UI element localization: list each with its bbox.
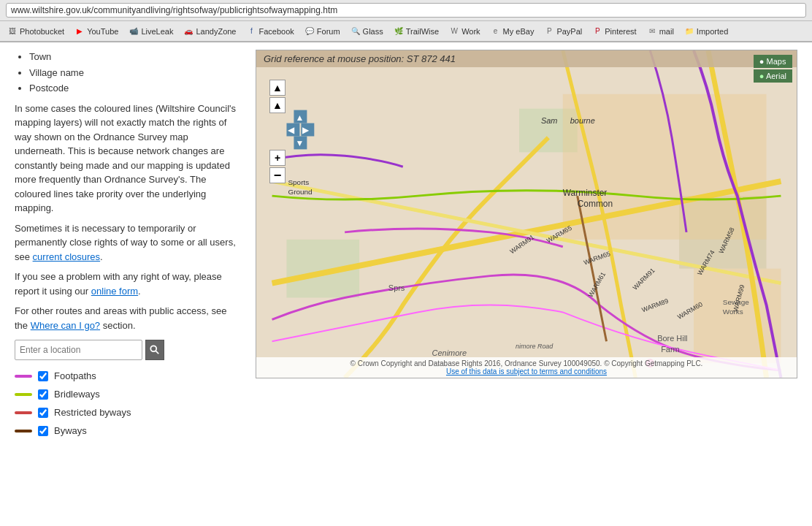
svg-text:▲: ▲ — [295, 113, 304, 123]
paypal-icon: P — [544, 26, 554, 37]
left-panel: TownVillage namePostcode In some cases t… — [15, 50, 241, 443]
bookmark-paypal[interactable]: PPayPal — [541, 26, 585, 37]
map-wrapper: Grid reference at mouse position: ST 872… — [256, 50, 797, 443]
bookmark-photobucket[interactable]: 🖼Photobucket — [4, 26, 67, 37]
legend-item-footpaths: Footpaths — [15, 370, 241, 381]
bookmark-liveleak[interactable]: 📹LiveLeak — [126, 26, 176, 37]
copyright-text: © Crown Copyright and Database Rights 20… — [351, 359, 703, 367]
byways-line — [15, 430, 32, 432]
byways-label: Byways — [54, 425, 87, 436]
zoom-out-minus[interactable]: − — [269, 167, 286, 183]
facebook-icon: f — [246, 26, 256, 37]
liveleak-icon: 📹 — [129, 26, 139, 37]
para1: In some cases the coloured lines (Wiltsh… — [15, 102, 241, 216]
closures-link[interactable]: current closures — [33, 251, 100, 262]
where-link[interactable]: Where can I go? — [31, 320, 100, 331]
zoom-in-plus[interactable]: + — [269, 150, 286, 166]
svg-text:Cenimore: Cenimore — [432, 348, 467, 357]
bookmark-facebook[interactable]: fFacebook — [243, 26, 296, 37]
bookmark-glass[interactable]: 🔍Glass — [348, 26, 386, 37]
maps-label: Maps — [766, 57, 786, 66]
work-label: Work — [461, 27, 480, 36]
search-area — [15, 340, 241, 360]
landyzone-icon: 🚗 — [183, 26, 194, 37]
svg-text:Bore Hill: Bore Hill — [657, 334, 687, 343]
myebay-label: My eBay — [503, 27, 535, 36]
url-display: www.wiltshire.gov.uk/communityandliving/… — [6, 3, 806, 18]
svg-text:bourne: bourne — [570, 116, 595, 125]
online-form-link[interactable]: online form — [91, 286, 138, 297]
footpaths-line — [15, 375, 32, 378]
bullet-item: Town — [29, 50, 241, 64]
svg-text:nimore Road: nimore Road — [516, 343, 554, 350]
svg-point-0 — [150, 346, 156, 351]
bookmark-imported[interactable]: 📁Imported — [681, 26, 731, 37]
legend-item-restricted-byways: Restricted byways — [15, 407, 241, 418]
bookmark-mail[interactable]: ✉mail — [644, 26, 677, 37]
svg-text:◀: ◀ — [288, 125, 295, 135]
map-container[interactable]: Grid reference at mouse position: ST 872… — [256, 50, 797, 378]
restricted-byways-line — [15, 411, 32, 414]
pinterest-label: Pinterest — [605, 27, 636, 36]
svg-text:Common: Common — [578, 199, 613, 209]
legend-item-bridleways: Bridleways — [15, 389, 241, 400]
bullet-item: Postcode — [29, 81, 241, 96]
svg-text:Sam: Sam — [541, 116, 558, 125]
imported-icon: 📁 — [684, 26, 694, 37]
svg-text:Ground: Ground — [288, 188, 312, 196]
photobucket-label: Photobucket — [20, 27, 64, 36]
restricted-byways-label: Restricted byways — [54, 407, 131, 418]
liveleak-label: LiveLeak — [141, 27, 173, 36]
intro-text: TownVillage namePostcode In some cases t… — [15, 50, 241, 332]
footpaths-checkbox[interactable] — [38, 371, 48, 381]
para2-container: Sometimes it is necessary to temporarily… — [15, 221, 241, 264]
photobucket-icon: 🖼 — [7, 26, 18, 37]
aerial-label: Aerial — [766, 72, 786, 80]
bookmark-work[interactable]: WWork — [446, 26, 483, 37]
para3-container: If you see a problem with any right of w… — [15, 270, 241, 298]
bullet-list: TownVillage namePostcode — [29, 50, 241, 96]
svg-text:▶: ▶ — [302, 125, 310, 135]
zoom-in-button[interactable]: ▲ — [269, 80, 286, 96]
svg-text:Farm: Farm — [661, 345, 680, 354]
trailwise-icon: 🌿 — [394, 26, 404, 37]
youtube-icon: ▶ — [74, 26, 85, 37]
legend-item-byways: Byways — [15, 425, 241, 436]
bookmark-forum[interactable]: 💬Forum — [302, 26, 343, 37]
terms-link[interactable]: Use of this data is subject to terms and… — [446, 367, 607, 376]
bookmark-youtube[interactable]: ▶YouTube — [72, 26, 121, 37]
page-content: TownVillage namePostcode In some cases t… — [0, 42, 812, 526]
trailwise-label: TrailWise — [406, 27, 439, 36]
bookmark-myebay[interactable]: eMy eBay — [488, 26, 537, 37]
youtube-label: YouTube — [87, 27, 118, 36]
svg-text:▼: ▼ — [295, 138, 304, 148]
glass-icon: 🔍 — [351, 26, 361, 37]
paypal-label: PayPal — [556, 27, 582, 36]
imported-label: Imported — [697, 27, 728, 36]
forum-icon: 💬 — [304, 26, 315, 37]
maps-layer-btn[interactable]: ● Maps — [754, 55, 792, 68]
bridleways-line — [15, 393, 32, 396]
glass-label: Glass — [363, 27, 383, 36]
svg-text:Warminster: Warminster — [563, 188, 608, 198]
bookmarks-bar: 🖼Photobucket▶YouTube📹LiveLeak🚗LandyZonef… — [0, 21, 812, 42]
bridleways-checkbox[interactable] — [38, 389, 48, 400]
bookmark-pinterest[interactable]: PPinterest — [589, 26, 639, 37]
search-button[interactable] — [145, 340, 164, 360]
map-copyright: © Crown Copyright and Database Rights 20… — [256, 357, 797, 378]
mail-icon: ✉ — [647, 26, 657, 37]
search-icon — [150, 345, 160, 355]
location-input[interactable] — [15, 340, 142, 360]
bookmark-landyzone[interactable]: 🚗LandyZone — [180, 26, 239, 37]
para4-end: section. — [103, 320, 136, 331]
byways-checkbox[interactable] — [38, 426, 48, 436]
legend: Footpaths Bridleways Restricted byways B… — [15, 370, 241, 436]
zoom-out-up[interactable]: ▲ — [269, 97, 286, 113]
footpaths-label: Footpaths — [54, 370, 96, 381]
pinterest-icon: P — [592, 26, 602, 37]
aerial-layer-btn[interactable]: ● Aerial — [754, 69, 792, 83]
bookmark-trailwise[interactable]: 🌿TrailWise — [391, 26, 442, 37]
svg-line-1 — [156, 351, 158, 354]
restricted-byways-checkbox[interactable] — [38, 408, 48, 418]
map-svg: Sam bourne Warminster Common Cenimore Fa… — [256, 50, 797, 378]
